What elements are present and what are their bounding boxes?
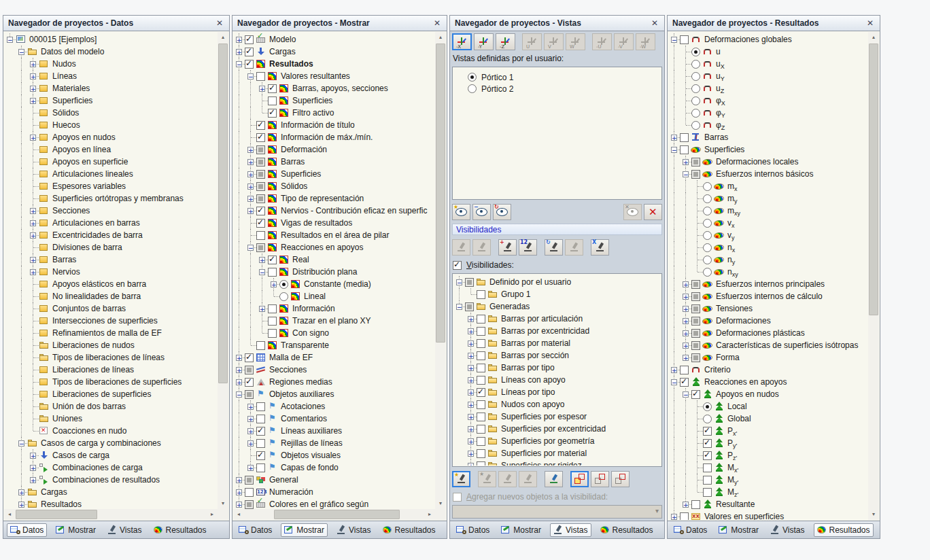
radio-button[interactable]	[279, 280, 288, 289]
expander-icon[interactable]: +	[468, 316, 474, 322]
tree-item[interactable]: +Articulaciones en barras	[4, 217, 218, 229]
radio-button[interactable]	[279, 292, 288, 301]
checkbox[interactable]	[256, 451, 265, 460]
tree-item[interactable]: +Deformación	[233, 143, 435, 156]
close-icon[interactable]: ✕	[650, 18, 659, 28]
tree-item[interactable]: +Materiales	[4, 82, 218, 94]
checkbox[interactable]	[680, 35, 689, 44]
tab-datos[interactable]: Datos	[671, 524, 710, 536]
expander-icon[interactable]: +	[247, 440, 254, 447]
tree-item[interactable]: Apoyos en superficie	[4, 156, 218, 168]
tree-item[interactable]: +Barras	[668, 131, 868, 143]
union-button[interactable]	[591, 471, 609, 487]
radio-button[interactable]	[703, 415, 712, 423]
radio-button[interactable]	[703, 182, 712, 191]
visibility-mode-check-button[interactable]	[472, 239, 491, 256]
checkbox[interactable]	[691, 353, 700, 362]
scrollbar-thumb[interactable]	[16, 510, 97, 519]
scroll-down-arrow-icon[interactable]: ▾	[218, 498, 228, 509]
tree-item[interactable]: +Malla de EF	[233, 351, 435, 364]
checkbox[interactable]	[245, 378, 254, 387]
tree-item[interactable]: Vigas de resultados	[233, 217, 435, 229]
expander-icon[interactable]: −	[671, 147, 677, 153]
expander-icon[interactable]: +	[468, 438, 474, 444]
checkbox[interactable]	[703, 451, 712, 460]
expander-icon[interactable]: +	[468, 426, 474, 432]
tree-item[interactable]: Lineal	[233, 290, 435, 302]
tree-item[interactable]: +Cargas	[4, 486, 218, 498]
tree-item[interactable]: Px'	[668, 425, 868, 437]
visibility-mode-gray-button[interactable]	[565, 239, 583, 256]
intersection-button[interactable]	[570, 471, 589, 487]
checkbox[interactable]	[703, 463, 712, 472]
checkbox[interactable]	[691, 304, 700, 313]
difference-button[interactable]	[611, 471, 630, 487]
expander-icon[interactable]: −	[247, 245, 254, 251]
expander-icon[interactable]: −	[683, 391, 689, 398]
tree-item[interactable]: +Barras por material	[453, 337, 661, 349]
tree-item[interactable]: +Cargas	[233, 46, 435, 58]
tab-datos[interactable]: Datos	[7, 523, 47, 537]
checkbox[interactable]	[703, 488, 712, 497]
tree-item[interactable]: +Resultados	[4, 498, 218, 509]
checkbox[interactable]	[465, 302, 474, 311]
tree-item[interactable]: −Datos del modelo	[4, 46, 218, 58]
checkbox[interactable]	[268, 109, 277, 118]
checkbox[interactable]	[691, 170, 700, 179]
expander-icon[interactable]: −	[236, 61, 242, 67]
checkbox[interactable]	[268, 329, 277, 338]
add-objects-combobox[interactable]	[452, 505, 662, 519]
tree-item[interactable]: +Comentarios	[233, 413, 435, 425]
tree-item[interactable]: Liberaciones de nudos	[4, 339, 218, 351]
visibility-mode-select-button[interactable]	[452, 239, 470, 256]
tree-item[interactable]: Objetos visuales	[233, 449, 435, 461]
tree-item[interactable]: +Información	[233, 302, 435, 315]
radio-button[interactable]	[691, 60, 700, 69]
horizontal-scrollbar[interactable]: ◂▸	[4, 509, 218, 520]
tab-vistas[interactable]: Vistas	[768, 524, 807, 536]
expander-icon[interactable]: +	[671, 135, 677, 141]
radio-button[interactable]	[468, 73, 477, 82]
expander-icon[interactable]: +	[683, 306, 689, 312]
expander-icon[interactable]: +	[30, 135, 36, 141]
expander-icon[interactable]: −	[247, 73, 254, 80]
scroll-down-arrow-icon[interactable]: ▾	[435, 498, 446, 509]
tree-item[interactable]: Apoyos en línea	[4, 143, 218, 156]
tree-item[interactable]: uX	[668, 58, 868, 70]
tree-item[interactable]: +Deformaciones plásticas	[668, 327, 868, 339]
tree-item[interactable]: vy	[668, 229, 868, 241]
tab-vistas[interactable]: Vistas	[105, 524, 144, 536]
checkbox[interactable]	[256, 341, 265, 350]
vertical-scrollbar[interactable]: ▴▾	[435, 32, 446, 509]
tree-item[interactable]: −Apoyos en nudos	[668, 388, 868, 400]
tree-item[interactable]: Divisiones de barra	[4, 241, 218, 253]
checkbox[interactable]	[268, 84, 277, 93]
checkbox[interactable]	[256, 72, 265, 81]
checkbox[interactable]	[453, 261, 462, 270]
view-u-button[interactable]: U	[522, 33, 542, 50]
checkbox[interactable]	[477, 413, 485, 421]
tree-item[interactable]: +Regiones medias	[233, 376, 435, 388]
tree-item[interactable]: φX	[668, 94, 868, 107]
tree-item[interactable]: +Acotaciones	[233, 400, 435, 413]
view-minus-v-button[interactable]: -V	[614, 33, 634, 50]
tree-item[interactable]: +Secciones	[4, 205, 218, 217]
checkbox[interactable]	[256, 158, 265, 167]
checkbox[interactable]	[477, 376, 485, 385]
tree-item[interactable]: +Criterio	[668, 364, 868, 376]
checkbox[interactable]	[477, 425, 485, 434]
tree-item[interactable]: φZ	[668, 119, 868, 131]
tree-item[interactable]: −Casos de carga y combinaciones	[4, 437, 218, 449]
scroll-right-arrow-icon[interactable]: ▸	[424, 509, 435, 520]
tree-item[interactable]: −Reacciones en apoyos	[233, 241, 435, 253]
expander-icon[interactable]: +	[30, 465, 36, 471]
expander-icon[interactable]: +	[247, 171, 254, 177]
update-user-view-button[interactable]: ↻	[493, 204, 511, 220]
tree-item[interactable]: +Deformaciones locales	[668, 156, 868, 168]
tree-item[interactable]: +Superficies por espesor	[453, 410, 661, 423]
scroll-up-arrow-icon[interactable]: ▴	[435, 32, 446, 43]
expander-icon[interactable]: +	[236, 49, 242, 55]
tab-vistas[interactable]: Vistas	[550, 523, 591, 537]
expander-icon[interactable]: +	[671, 367, 677, 373]
expander-icon[interactable]: −	[456, 279, 462, 285]
